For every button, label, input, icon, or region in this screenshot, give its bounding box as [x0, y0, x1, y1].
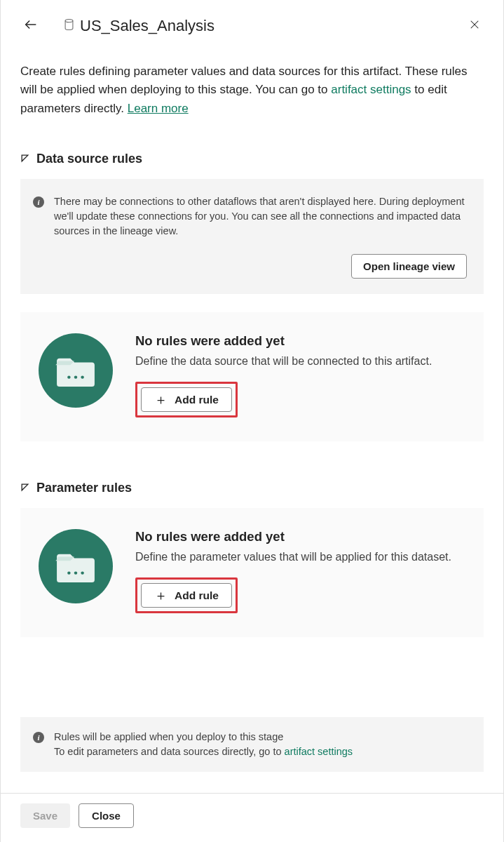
footer-info-box: i Rules will be applied when you deploy …: [20, 717, 484, 772]
parameter-add-rule-highlight: ＋ Add rule: [135, 577, 238, 613]
parameter-empty-desc: Define the parameter values that will be…: [135, 549, 465, 565]
data-source-section-title: Data source rules: [36, 152, 142, 166]
arrow-left-icon: [23, 17, 39, 34]
add-data-source-rule-button[interactable]: ＋ Add rule: [141, 387, 232, 412]
plus-icon: ＋: [154, 589, 168, 602]
parameter-section-title: Parameter rules: [36, 481, 132, 495]
data-source-empty-state: No rules were added yet Define the data …: [20, 312, 484, 441]
add-parameter-rule-button[interactable]: ＋ Add rule: [141, 583, 232, 608]
footer-artifact-settings-link[interactable]: artifact settings: [285, 746, 353, 757]
artifact-title: US_Sales_Analysis: [64, 17, 214, 35]
artifact-name-label: US_Sales_Analysis: [80, 17, 214, 35]
plus-icon: ＋: [154, 393, 168, 406]
artifact-settings-link[interactable]: artifact settings: [331, 83, 411, 96]
footer-info-line1: Rules will be applied when you deploy to…: [54, 730, 353, 744]
svg-point-8: [74, 572, 77, 575]
collapse-icon: [20, 153, 29, 166]
data-source-section-header[interactable]: Data source rules: [20, 152, 484, 166]
close-panel-button[interactable]: [465, 15, 484, 36]
open-lineage-view-button[interactable]: Open lineage view: [351, 254, 467, 279]
folder-icon: [39, 333, 113, 408]
info-icon: i: [33, 196, 44, 208]
data-source-info-box: i There may be connections to other data…: [20, 179, 484, 294]
data-source-add-rule-highlight: ＋ Add rule: [135, 382, 238, 417]
database-icon: [64, 18, 74, 34]
svg-point-9: [81, 572, 83, 575]
panel-description: Create rules defining parameter values a…: [20, 62, 484, 118]
data-source-empty-title: No rules were added yet: [135, 333, 465, 349]
back-button[interactable]: [20, 14, 41, 37]
collapse-icon: [20, 482, 29, 495]
parameter-section-header[interactable]: Parameter rules: [20, 481, 484, 495]
parameter-empty-state: No rules were added yet Define the param…: [20, 508, 484, 637]
svg-point-4: [67, 375, 70, 378]
save-button[interactable]: Save: [20, 803, 70, 828]
footer-bar: Save Close: [1, 793, 503, 842]
svg-point-6: [81, 375, 83, 378]
svg-point-7: [67, 572, 70, 575]
close-icon: [468, 18, 481, 33]
parameter-empty-title: No rules were added yet: [135, 529, 465, 544]
data-source-info-text: There may be connections to other datafl…: [54, 194, 467, 239]
panel-header: US_Sales_Analysis: [20, 14, 484, 37]
folder-icon: [39, 529, 113, 603]
svg-point-5: [74, 375, 77, 378]
svg-point-1: [65, 19, 73, 22]
data-source-empty-desc: Define the data source that will be conn…: [135, 353, 465, 369]
info-icon: i: [33, 732, 44, 743]
close-button[interactable]: Close: [79, 803, 134, 828]
learn-more-link[interactable]: Learn more: [128, 102, 189, 115]
